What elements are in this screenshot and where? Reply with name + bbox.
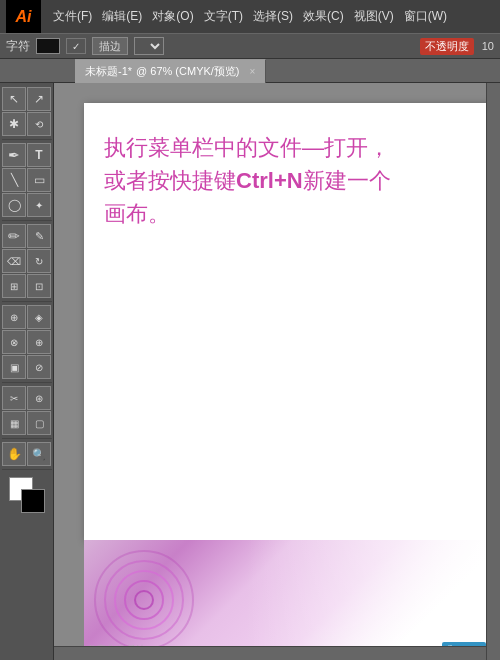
app-logo: Ai <box>6 0 41 33</box>
canvas-paper: 执行菜单栏中的文件—打开， 或者按快捷键Ctrl+N新建一个 画布。 <box>84 103 490 540</box>
swirl-container <box>84 540 490 660</box>
brush-tool[interactable]: ✏ <box>2 224 26 248</box>
menu-effect[interactable]: 效果(C) <box>303 8 344 25</box>
star-tool[interactable]: ✦ <box>27 193 51 217</box>
pencil-tool[interactable]: ✎ <box>27 224 51 248</box>
menu-object[interactable]: 对象(O) <box>152 8 193 25</box>
tool-row-8: ⊞ ⊡ <box>2 274 51 298</box>
menu-bar: Ai 文件(F) 编辑(E) 对象(O) 文字(T) 选择(S) 效果(C) 视… <box>0 0 500 33</box>
options-toolbar: 字符 ✓ 描边 不透明度 10 <box>0 33 500 59</box>
tool-divider-3 <box>2 301 52 302</box>
tab-bar: 未标题-1* @ 67% (CMYK/预览) × <box>0 59 500 83</box>
text-line-1: 执行菜单栏中的文件—打开， <box>104 131 480 164</box>
symbol-tool[interactable]: ⊛ <box>27 386 51 410</box>
tab-close-btn[interactable]: × <box>250 66 256 77</box>
tool-row-9: ⊕ ◈ <box>2 305 51 329</box>
tab-info: @ 67% (CMYK/预览) <box>136 64 239 79</box>
rotate-tool[interactable]: ↻ <box>27 249 51 273</box>
text-line-3: 画布。 <box>104 197 480 230</box>
menu-items: 文件(F) 编辑(E) 对象(O) 文字(T) 选择(S) 效果(C) 视图(V… <box>53 8 447 25</box>
tool-divider-6 <box>2 469 52 470</box>
magic-wand-tool[interactable]: ✱ <box>2 112 26 136</box>
opacity-value: 10 <box>482 40 494 52</box>
menu-select[interactable]: 选择(S) <box>253 8 293 25</box>
horizontal-scrollbar[interactable] <box>54 646 486 660</box>
gradient-tool[interactable]: ▣ <box>2 355 26 379</box>
type-tool[interactable]: T <box>27 143 51 167</box>
tool-row-3: ✒ T <box>2 143 51 167</box>
menu-view[interactable]: 视图(V) <box>354 8 394 25</box>
eyedropper-tool[interactable]: ⊘ <box>27 355 51 379</box>
canvas-area: 执行菜单栏中的文件—打开， 或者按快捷键Ctrl+N新建一个 画布。 教字典·电… <box>54 83 500 660</box>
menu-file[interactable]: 文件(F) <box>53 8 92 25</box>
tool-row-1: ↖ ↗ <box>2 87 51 111</box>
tool-divider-4 <box>2 382 52 383</box>
swirl-5 <box>134 590 154 610</box>
mesh-tool[interactable]: ⊕ <box>27 330 51 354</box>
free-transform-tool[interactable]: ⊕ <box>2 305 26 329</box>
tool-divider-2 <box>2 220 52 221</box>
bottom-image-strip: 教字典·电子站 jb51.net <box>84 540 490 660</box>
color-box[interactable] <box>36 38 60 54</box>
canvas-instruction-text: 执行菜单栏中的文件—打开， 或者按快捷键Ctrl+N新建一个 画布。 <box>104 131 480 230</box>
select-tool[interactable]: ↖ <box>2 87 26 111</box>
main-area: ↖ ↗ ✱ ⟲ ✒ T ╲ ▭ ◯ ✦ ✏ ✎ ⌫ <box>0 83 500 660</box>
rect-tool[interactable]: ▭ <box>27 168 51 192</box>
lasso-tool[interactable]: ⟲ <box>27 112 51 136</box>
tool-row-12: ✂ ⊛ <box>2 386 51 410</box>
tool-row-6: ✏ ✎ <box>2 224 51 248</box>
tool-row-4: ╲ ▭ <box>2 168 51 192</box>
tool-row-11: ▣ ⊘ <box>2 355 51 379</box>
ellipse-tool[interactable]: ◯ <box>2 193 26 217</box>
pen-tool[interactable]: ✒ <box>2 143 26 167</box>
stroke-icon: ✓ <box>66 38 86 54</box>
menu-type[interactable]: 文字(T) <box>204 8 243 25</box>
color-squares[interactable] <box>9 477 45 513</box>
foreground-color-swatch[interactable] <box>21 489 45 513</box>
shape-builder-tool[interactable]: ◈ <box>27 305 51 329</box>
eraser-tool[interactable]: ⌫ <box>2 249 26 273</box>
blend-tool[interactable]: ✂ <box>2 386 26 410</box>
direct-select-tool[interactable]: ↗ <box>27 87 51 111</box>
artboard-tool[interactable]: ▢ <box>27 411 51 435</box>
menu-window[interactable]: 窗口(W) <box>404 8 447 25</box>
line-tool[interactable]: ╲ <box>2 168 26 192</box>
hand-tool[interactable]: ✋ <box>2 442 26 466</box>
tool-divider-5 <box>2 438 52 439</box>
opacity-label: 不透明度 <box>420 38 474 55</box>
tool-row-5: ◯ ✦ <box>2 193 51 217</box>
tool-row-2: ✱ ⟲ <box>2 112 51 136</box>
color-swatch-area <box>9 477 45 513</box>
toolbox: ↖ ↗ ✱ ⟲ ✒ T ╲ ▭ ◯ ✦ ✏ ✎ ⌫ <box>0 83 54 660</box>
perspective-tool[interactable]: ⊗ <box>2 330 26 354</box>
stroke-btn[interactable]: 描边 <box>92 37 128 55</box>
zoom-tool[interactable]: 🔍 <box>27 442 51 466</box>
tool-row-13: ▦ ▢ <box>2 411 51 435</box>
stroke-select[interactable] <box>134 37 164 55</box>
tool-row-14: ✋ 🔍 <box>2 442 51 466</box>
document-tab[interactable]: 未标题-1* @ 67% (CMYK/预览) × <box>75 59 266 83</box>
panel-label: 字符 <box>6 38 30 55</box>
tool-row-7: ⌫ ↻ <box>2 249 51 273</box>
ctrl-n-text: Ctrl+N <box>236 168 303 193</box>
tool-divider-1 <box>2 139 52 140</box>
warp-tool[interactable]: ⊡ <box>27 274 51 298</box>
scale-tool[interactable]: ⊞ <box>2 274 26 298</box>
menu-edit[interactable]: 编辑(E) <box>102 8 142 25</box>
tool-row-10: ⊗ ⊕ <box>2 330 51 354</box>
vertical-scrollbar[interactable] <box>486 83 500 660</box>
graph-tool[interactable]: ▦ <box>2 411 26 435</box>
tab-title: 未标题-1* <box>85 64 132 79</box>
text-line-2: 或者按快捷键Ctrl+N新建一个 <box>104 164 480 197</box>
